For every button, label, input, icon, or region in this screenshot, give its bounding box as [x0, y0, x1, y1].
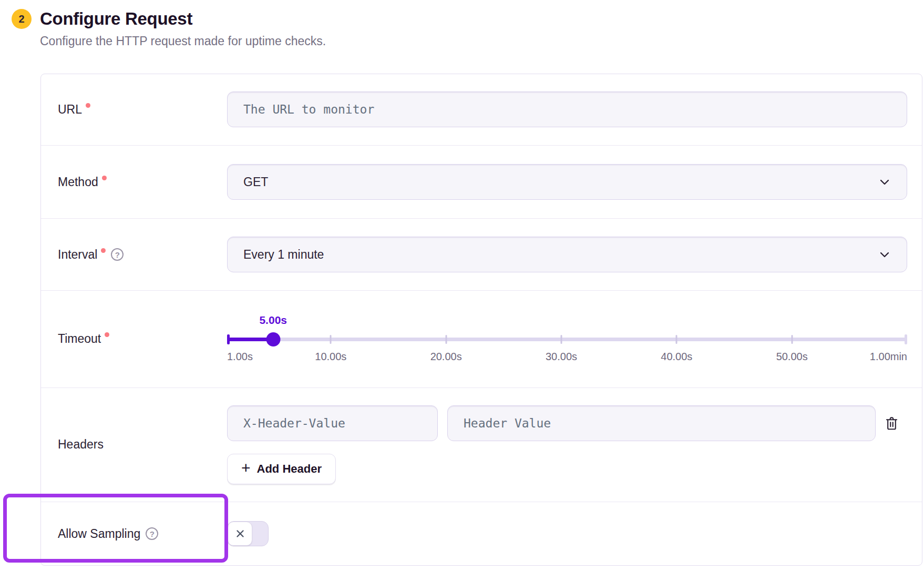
method-select[interactable]: GET: [227, 164, 907, 200]
slider-tick: [445, 335, 447, 344]
header-name-input[interactable]: [227, 405, 438, 441]
page-subtitle: Configure the HTTP request made for upti…: [40, 34, 326, 48]
tick-label: 1.00s: [227, 351, 253, 363]
question-mark-icon[interactable]: ?: [111, 248, 124, 261]
required-indicator: [102, 176, 107, 180]
required-indicator: [86, 103, 90, 108]
required-indicator: [101, 248, 106, 253]
slider-thumb[interactable]: [266, 332, 280, 346]
chevron-down-icon: [878, 176, 891, 188]
headers-label: Headers: [58, 437, 104, 452]
tick-label: 50.00s: [776, 351, 808, 363]
timeout-slider: 5.00s 1.00s 1: [227, 314, 907, 364]
headers-label-col: Headers: [58, 437, 227, 452]
allow-sampling-toggle[interactable]: [227, 521, 269, 546]
page-title: Configure Request: [40, 8, 326, 30]
url-label: URL: [58, 103, 82, 117]
chevron-down-icon: [878, 248, 891, 261]
step-header: 2 Configure Request Configure the HTTP r…: [12, 8, 326, 48]
tick-label: 10.00s: [315, 351, 346, 363]
allow-sampling-field-col: [227, 521, 907, 546]
interval-field-col: Every 1 minute: [227, 237, 907, 272]
toggle-knob: [228, 522, 252, 546]
method-field-col: GET: [227, 164, 907, 200]
tick-label: 20.00s: [430, 351, 462, 363]
allow-sampling-label-col: Allow Sampling ?: [58, 527, 227, 541]
timeout-label: Timeout: [58, 332, 101, 346]
allow-sampling-label: Allow Sampling: [58, 527, 140, 541]
slider-track: [227, 338, 907, 341]
interval-select[interactable]: Every 1 minute: [227, 237, 907, 272]
slider-tick: [791, 335, 793, 344]
delete-header-button[interactable]: [882, 413, 901, 433]
interval-row: Interval ? Every 1 minute: [41, 218, 922, 290]
timeout-row: Timeout 5.00s: [41, 290, 922, 388]
add-header-label: Add Header: [257, 462, 322, 476]
method-label-col: Method: [58, 175, 227, 189]
header-value-input[interactable]: [447, 405, 876, 441]
step-titles: Configure Request Configure the HTTP req…: [40, 8, 326, 48]
question-mark-icon[interactable]: ?: [146, 527, 158, 540]
add-header-button[interactable]: + Add Header: [227, 454, 336, 484]
slider-endcap-left: [227, 334, 230, 344]
step-number-badge: 2: [12, 9, 32, 29]
headers-block: + Add Header: [227, 405, 907, 484]
url-field-col: [227, 91, 907, 127]
allow-sampling-row: Allow Sampling ?: [41, 502, 922, 565]
interval-label: Interval: [58, 248, 97, 262]
slider-endcap-right: [905, 334, 907, 344]
timeout-slider-track-area[interactable]: [227, 333, 907, 345]
method-label: Method: [58, 175, 98, 189]
header-entry-row: [227, 405, 907, 441]
headers-row: Headers: [41, 388, 922, 502]
url-input[interactable]: [227, 91, 907, 127]
timeout-label-col: Timeout: [58, 332, 227, 346]
method-select-value: GET: [243, 175, 268, 189]
interval-select-value: Every 1 minute: [243, 248, 324, 262]
interval-label-col: Interval ?: [58, 248, 227, 262]
tick-label: 40.00s: [661, 351, 692, 363]
trash-cell: [876, 413, 907, 433]
x-mark-icon: [235, 528, 245, 539]
tick-label: 30.00s: [546, 351, 577, 363]
slider-tick: [676, 335, 677, 344]
plus-icon: +: [241, 460, 251, 476]
timeout-current-value: 5.00s: [259, 314, 287, 327]
tick-label: 1.00min: [870, 351, 907, 363]
slider-tick: [561, 335, 562, 344]
timeout-field-col: 5.00s 1.00s 1: [227, 314, 907, 364]
trash-icon: [885, 415, 899, 431]
required-indicator: [105, 332, 109, 337]
url-label-col: URL: [58, 103, 227, 117]
slider-tick: [330, 335, 332, 344]
method-row: Method GET: [41, 145, 922, 219]
configure-request-page: 2 Configure Request Configure the HTTP r…: [0, 0, 924, 571]
slider-tick-labels: 1.00s 10.00s 20.00s 30.00s 40.00s 50.00s…: [227, 351, 907, 364]
request-config-panel: URL Method GET: [40, 74, 922, 566]
headers-field-col: + Add Header: [227, 405, 907, 484]
url-row: URL: [41, 74, 922, 145]
